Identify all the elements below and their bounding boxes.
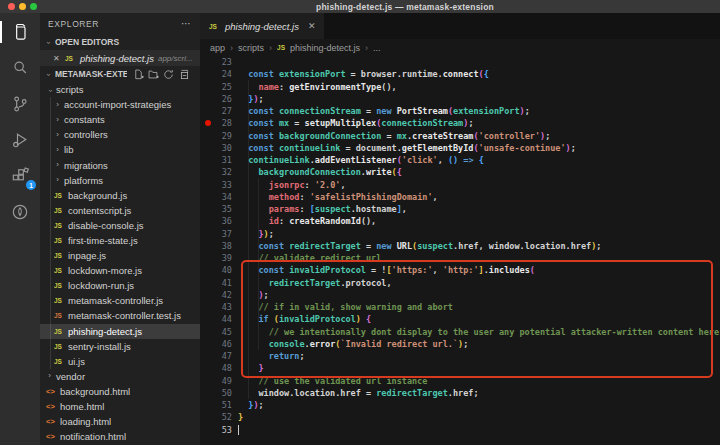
- line-number[interactable]: 51: [222, 399, 232, 411]
- tree-item-phishing-detect.js[interactable]: JSphishing-detect.js: [40, 324, 200, 339]
- code-line[interactable]: 42 );: [200, 289, 720, 301]
- code-line[interactable]: 53: [200, 424, 720, 436]
- code-line[interactable]: 43 // if in valid, show warning and abor…: [200, 301, 720, 313]
- code-line[interactable]: 36 id: createRandomId(),: [200, 215, 720, 227]
- close-window-button[interactable]: [8, 3, 15, 10]
- code-line[interactable]: 38 const redirectTarget = new URL(suspec…: [200, 240, 720, 252]
- code-editor[interactable]: 2324 const extensionPort = browser.runti…: [200, 56, 720, 445]
- tree-item-constants[interactable]: ›constants: [40, 112, 200, 127]
- tree-item-home.html[interactable]: <>home.html: [40, 399, 200, 414]
- line-number[interactable]: 37: [222, 228, 232, 240]
- line-number[interactable]: 46: [222, 338, 232, 350]
- line-number[interactable]: 49: [222, 375, 232, 387]
- tree-item-background.js[interactable]: JSbackground.js: [40, 188, 200, 203]
- line-number[interactable]: 45: [222, 326, 232, 338]
- line-number[interactable]: 50: [222, 387, 232, 399]
- run-debug-icon[interactable]: [5, 128, 35, 152]
- refresh-icon[interactable]: [163, 69, 174, 80]
- line-number[interactable]: 41: [222, 277, 232, 289]
- code-line[interactable]: 26 });: [200, 93, 720, 105]
- tree-item-scripts[interactable]: ›scripts: [40, 82, 200, 97]
- tree-item-vendor[interactable]: ›vendor: [40, 369, 200, 384]
- tab-phishing-detect[interactable]: JS phishing-detect.js ✕: [200, 13, 324, 39]
- line-number[interactable]: 25: [222, 81, 232, 93]
- tree-item-lockdown-run.js[interactable]: JSlockdown-run.js: [40, 278, 200, 293]
- tree-item-sentry-install.js[interactable]: JSsentry-install.js: [40, 339, 200, 354]
- line-number[interactable]: 27: [222, 105, 232, 117]
- more-actions-icon[interactable]: ⋯: [181, 18, 192, 29]
- minimize-window-button[interactable]: [19, 3, 26, 10]
- open-editors-header[interactable]: › OPEN EDITORS: [40, 34, 200, 50]
- code-line[interactable]: 51 });: [200, 399, 720, 411]
- line-number[interactable]: 38: [222, 240, 232, 252]
- line-number[interactable]: 29: [222, 130, 232, 142]
- line-number[interactable]: 48: [222, 362, 232, 374]
- line-number[interactable]: 36: [222, 215, 232, 227]
- breadcrumb-item[interactable]: ...: [373, 43, 381, 53]
- tree-item-controllers[interactable]: ›controllers: [40, 127, 200, 142]
- tree-item-inpage.js[interactable]: JSinpage.js: [40, 248, 200, 263]
- code-line[interactable]: 50 window.location.href = redirectTarget…: [200, 387, 720, 399]
- tree-item-lockdown-more.js[interactable]: JSlockdown-more.js: [40, 263, 200, 278]
- source-control-icon[interactable]: [5, 92, 35, 116]
- extensions-icon[interactable]: 1: [5, 164, 35, 188]
- code-line[interactable]: 28 const mx = setupMultiplex(connectionS…: [200, 117, 720, 129]
- explorer-icon[interactable]: [5, 20, 35, 44]
- code-line[interactable]: 49 // use the validated url instance: [200, 375, 720, 387]
- tree-item-disable-console.js[interactable]: JSdisable-console.js: [40, 218, 200, 233]
- code-line[interactable]: 44 if (invalidProtocol) {: [200, 313, 720, 325]
- tree-item-platforms[interactable]: ›platforms: [40, 173, 200, 188]
- breadcrumb-item[interactable]: scripts: [238, 43, 264, 53]
- code-line[interactable]: 31 continueLink.addEventListener('click'…: [200, 154, 720, 166]
- open-editor-item[interactable]: ✕ JS phishing-detect.js app/scri...: [40, 50, 200, 66]
- code-line[interactable]: 33 jsonrpc: '2.0',: [200, 179, 720, 191]
- code-line[interactable]: 48 }: [200, 362, 720, 374]
- workspace-header[interactable]: › METAMASK-EXTENS...: [40, 66, 200, 82]
- tree-item-account-import-strategies[interactable]: ›account-import-strategies: [40, 97, 200, 112]
- breadcrumb-item[interactable]: app: [210, 43, 225, 53]
- line-number[interactable]: 52: [222, 411, 232, 423]
- line-number[interactable]: 28: [222, 117, 232, 129]
- breakpoint-icon[interactable]: [205, 120, 211, 126]
- line-number[interactable]: 32: [222, 166, 232, 178]
- zoom-window-button[interactable]: [30, 3, 37, 10]
- line-number[interactable]: 43: [222, 301, 232, 313]
- code-line[interactable]: 30 const continueLink = document.getElem…: [200, 142, 720, 154]
- code-line[interactable]: 41 redirectTarget.protocol,: [200, 277, 720, 289]
- line-number[interactable]: 34: [222, 191, 232, 203]
- tree-item-metamask-controller.js[interactable]: JSmetamask-controller.js: [40, 293, 200, 308]
- tree-item-lib[interactable]: ›lib: [40, 142, 200, 157]
- line-number[interactable]: 39: [222, 252, 232, 264]
- code-line[interactable]: 25 name: getEnvironmentType(),: [200, 81, 720, 93]
- code-line[interactable]: 24 const extensionPort = browser.runtime…: [200, 68, 720, 80]
- code-line[interactable]: 23: [200, 56, 720, 68]
- code-line[interactable]: 46 console.error(`Invalid redirect url.`…: [200, 338, 720, 350]
- tree-item-contentscript.js[interactable]: JScontentscript.js: [40, 203, 200, 218]
- collapse-all-icon[interactable]: [178, 69, 189, 80]
- line-number[interactable]: 35: [222, 203, 232, 215]
- line-number[interactable]: 53: [222, 424, 232, 436]
- tree-item-background.html[interactable]: <>background.html: [40, 384, 200, 399]
- tree-item-notification.html[interactable]: <>notification.html: [40, 429, 200, 444]
- tree-item-first-time-state.js[interactable]: JSfirst-time-state.js: [40, 233, 200, 248]
- new-folder-icon[interactable]: [148, 69, 159, 80]
- circular-extension-icon[interactable]: [5, 200, 35, 224]
- line-number[interactable]: 24: [222, 68, 232, 80]
- line-number[interactable]: 30: [222, 142, 232, 154]
- line-number[interactable]: 40: [222, 264, 232, 276]
- line-number[interactable]: 42: [222, 289, 232, 301]
- tree-item-loading.html[interactable]: <>loading.html: [40, 414, 200, 429]
- line-number[interactable]: 33: [222, 179, 232, 191]
- tree-item-metamask-controller.test.js[interactable]: JSmetamask-controller.test.js: [40, 308, 200, 323]
- tree-item-ui.js[interactable]: JSui.js: [40, 354, 200, 369]
- line-number[interactable]: 23: [222, 56, 232, 68]
- code-line[interactable]: 45 // we intentionally dont display to t…: [200, 326, 720, 338]
- tree-item-migrations[interactable]: ›migrations: [40, 157, 200, 172]
- close-tab-icon[interactable]: ✕: [308, 21, 316, 31]
- code-line[interactable]: 35 params: [suspect.hostname],: [200, 203, 720, 215]
- line-number[interactable]: 31: [222, 154, 232, 166]
- search-icon[interactable]: [5, 56, 35, 80]
- code-line[interactable]: 29 const backgroundConnection = mx.creat…: [200, 130, 720, 142]
- breadcrumb-item[interactable]: phishing-detect.js: [290, 43, 360, 53]
- line-number[interactable]: 26: [222, 93, 232, 105]
